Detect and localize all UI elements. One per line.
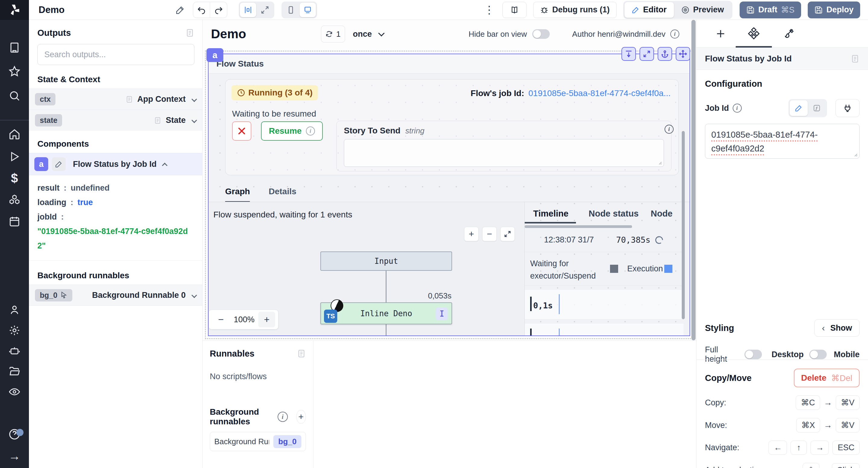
editor-tab[interactable]: Editor (624, 2, 674, 18)
windmill-logo[interactable] (0, 0, 29, 20)
component-a-tag[interactable]: a (207, 48, 223, 62)
move-button[interactable] (676, 47, 690, 61)
insert-component-tab[interactable] (713, 27, 728, 41)
component-settings-tab[interactable] (747, 27, 761, 41)
bg0-row[interactable]: bg_0 Background Runnable 0 (29, 285, 202, 306)
prop-result[interactable]: result:undefined (37, 181, 194, 195)
prop-loading[interactable]: loading:true (37, 195, 194, 210)
show-styling-button[interactable]: ‹ Show (814, 319, 860, 337)
chevron-down-icon[interactable] (191, 293, 197, 298)
delete-button[interactable]: Delete ⌘Del (794, 369, 860, 387)
cancel-x-button[interactable] (232, 121, 251, 141)
state-badge: state (35, 114, 62, 127)
author-info-icon[interactable]: i (670, 30, 679, 38)
tab-timeline[interactable]: Timeline (533, 209, 568, 219)
chevron-down-icon[interactable] (191, 96, 197, 102)
prop-jobid[interactable]: jobId: (37, 210, 194, 224)
background-runnable-item[interactable]: Background Runna... bg_0 (210, 432, 306, 451)
outputs-doc-icon[interactable] (185, 28, 194, 38)
graph-node-inline-deno[interactable]: TS Inline Deno I (320, 302, 452, 324)
static-input-mode-button[interactable] (789, 100, 808, 116)
schedule-select[interactable]: once (353, 30, 384, 39)
chevron-down-icon[interactable] (191, 118, 197, 123)
page-scrollbar[interactable] (691, 20, 695, 340)
bg-runnables-info-icon[interactable]: i (278, 412, 288, 422)
expand-down-button[interactable] (621, 47, 636, 61)
resources-cubes-icon[interactable] (8, 193, 21, 206)
styling-tab[interactable] (781, 27, 796, 41)
resume-button[interactable]: Resume i (261, 121, 323, 141)
connect-plug-button[interactable] (835, 99, 860, 117)
runnables-doc-icon[interactable] (297, 348, 306, 359)
bg-runnables-title: Background runnables (210, 407, 273, 427)
schedules-calendar-icon[interactable] (8, 215, 21, 228)
component-scrollbar[interactable] (682, 131, 685, 319)
zoom-plus-button[interactable]: + (258, 312, 275, 327)
function-input-mode-button[interactable] (808, 100, 826, 116)
graph-zoom-in-button[interactable]: + (464, 227, 478, 241)
desktop-toggle[interactable] (809, 349, 827, 359)
kebab-menu-icon[interactable]: ⋮ (484, 4, 495, 16)
prop-jobid-value[interactable]: "0191085e-5baa-81ef-4774-c9ef4f0a92d2" (37, 224, 194, 253)
runs-play-icon[interactable] (8, 150, 21, 163)
state-row[interactable]: state State (29, 110, 202, 131)
center-layout-button[interactable] (240, 3, 256, 17)
collapse-rail-arrow-icon[interactable]: → (8, 449, 21, 463)
favorites-star-icon[interactable] (8, 65, 21, 78)
no-scripts-text: No scripts/flows (210, 372, 306, 381)
undo-button[interactable] (193, 2, 210, 18)
resize-handle-icon[interactable] (853, 152, 858, 157)
folders-icon[interactable] (8, 365, 21, 378)
redo-button[interactable] (210, 2, 227, 18)
tab-details[interactable]: Details (269, 187, 296, 203)
user-icon[interactable] (8, 303, 21, 316)
job-id-textarea[interactable]: 0191085e-5baa-81ef-4774-c9ef4f0a92d2 (705, 124, 860, 159)
refresh-count-button[interactable]: 1 (321, 26, 345, 42)
tab-graph[interactable]: Graph (225, 187, 250, 203)
ctx-row[interactable]: ctx App Context (29, 89, 202, 110)
debug-runs-button[interactable]: Debug runs (1) (533, 2, 617, 18)
tab-node-status[interactable]: Node status (589, 209, 639, 219)
graph-zoom-out-button[interactable]: − (482, 227, 497, 241)
docs-book-button[interactable] (502, 2, 527, 18)
variables-dollar-icon[interactable]: $ (8, 172, 21, 185)
draft-button[interactable]: Draft ⌘S (740, 1, 801, 19)
component-edit-chip[interactable] (52, 157, 66, 171)
graph-node-input[interactable]: Input (320, 252, 452, 271)
search-icon[interactable] (8, 89, 21, 102)
rename-pencil-icon[interactable] (176, 5, 185, 15)
bg-runnable-name: Background Runna... (214, 437, 269, 446)
graph-fit-button[interactable] (500, 227, 515, 241)
fullwidth-layout-button[interactable] (257, 3, 273, 17)
job-id-info-icon[interactable]: i (733, 104, 742, 113)
workspace-icon[interactable] (8, 41, 21, 54)
preview-tab[interactable]: Preview (674, 2, 731, 18)
home-icon[interactable] (8, 128, 21, 141)
component-a-row[interactable]: a Flow Status by Job Id (29, 153, 202, 175)
anchor-button[interactable] (658, 47, 672, 61)
component-doc-icon[interactable] (850, 54, 860, 64)
search-outputs-input[interactable] (44, 50, 187, 59)
settings-gear-icon[interactable] (8, 324, 21, 337)
audit-eye-icon[interactable] (8, 385, 21, 398)
timeline-scrollbar[interactable] (525, 225, 632, 228)
tab-node[interactable]: Node (651, 209, 673, 219)
flow-job-id-link[interactable]: 0191085e-5baa-81ef-4774-c9ef4f0a... (528, 89, 671, 98)
mobile-view-button[interactable] (283, 3, 299, 17)
resize-handle-icon[interactable] (657, 160, 662, 165)
hide-bar-toggle[interactable] (532, 29, 550, 39)
workers-robot-icon[interactable] (8, 344, 21, 358)
card-info-icon[interactable]: i (664, 125, 674, 134)
node-duration: 0,053s (428, 291, 452, 301)
job-id-label: Job Id (705, 104, 729, 113)
story-textarea[interactable] (344, 139, 664, 167)
add-background-runnable-button[interactable]: + (296, 410, 306, 424)
desktop-view-button[interactable] (300, 3, 316, 17)
full-height-toggle[interactable] (744, 349, 762, 359)
timeline-legend-row: Waiting for executor/Suspend Execution (525, 252, 684, 286)
deploy-button[interactable]: Deploy (808, 1, 860, 19)
zoom-minus-button[interactable]: − (212, 314, 230, 325)
chevron-up-icon[interactable] (162, 163, 167, 168)
flow-status-component[interactable]: a Flow Status Running (3 of 4) Flow's jo… (208, 54, 690, 336)
fullscreen-button[interactable] (640, 47, 654, 61)
